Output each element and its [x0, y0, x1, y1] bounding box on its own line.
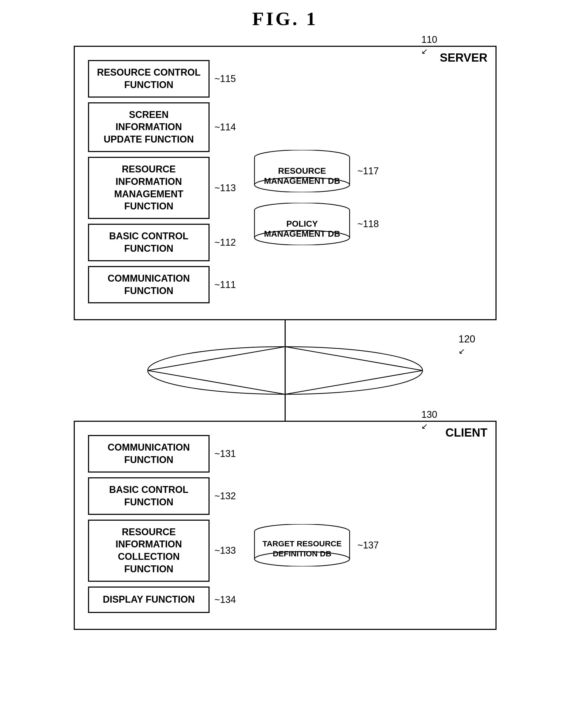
client-databases-column: TARGET RESOURCE DEFINITION DB ~137: [252, 435, 379, 613]
server-function-ref-0: ~115: [214, 73, 236, 84]
client-function-ref-3: ~134: [214, 594, 236, 605]
network-section: 120 ↙: [74, 341, 497, 400]
server-function-ref-4: ~111: [214, 279, 236, 290]
server-function-row-3: BASIC CONTROL FUNCTION ~112: [88, 224, 236, 261]
server-databases-column: RESOURCE MANAGEMENT DB ~117 POLICY: [252, 60, 379, 303]
client-label: CLIENT: [446, 426, 488, 439]
server-label: SERVER: [440, 51, 487, 64]
server-functions-column: RESOURCE CONTROL FUNCTION ~115 SCREEN IN…: [88, 60, 236, 303]
client-function-ref-1: ~132: [214, 491, 236, 502]
line-server-to-network: [285, 320, 286, 341]
svg-text:POLICY: POLICY: [286, 219, 318, 228]
server-function-row-0: RESOURCE CONTROL FUNCTION ~115: [88, 60, 236, 98]
server-box: SERVER 110 ↙ RESOURCE CONTROL FUNCTION ~…: [74, 46, 497, 320]
page-title: FIG. 1: [252, 8, 318, 30]
client-functions-column: COMMUNICATION FUNCTION ~131 BASIC CONTRO…: [88, 435, 236, 613]
basic-control-function-box-server: BASIC CONTROL FUNCTION: [88, 224, 210, 261]
client-function-ref-0: ~131: [214, 448, 236, 459]
resource-mgmt-db: RESOURCE MANAGEMENT DB: [252, 150, 352, 192]
client-function-row-2: RESOURCE INFORMATION COLLECTION FUNCTION…: [88, 520, 236, 582]
diagram-container: SERVER 110 ↙ RESOURCE CONTROL FUNCTION ~…: [74, 46, 497, 630]
screen-info-update-function-box: SCREEN INFORMATION UPDATE FUNCTION: [88, 102, 210, 152]
client-ref: 130 ↙: [421, 409, 437, 431]
basic-control-function-box-client: BASIC CONTROL FUNCTION: [88, 477, 210, 515]
policy-mgmt-db-ref: ~118: [357, 218, 379, 229]
policy-mgmt-db: POLICY MANAGEMENT DB: [252, 203, 352, 245]
svg-text:TARGET RESOURCE: TARGET RESOURCE: [262, 539, 341, 548]
resource-mgmt-db-wrapper: RESOURCE MANAGEMENT DB ~117: [252, 150, 379, 192]
server-function-ref-2: ~113: [214, 182, 236, 194]
server-function-ref-3: ~112: [214, 237, 236, 248]
server-function-row-1: SCREEN INFORMATION UPDATE FUNCTION ~114: [88, 102, 236, 152]
svg-text:DEFINITION DB: DEFINITION DB: [273, 549, 331, 558]
resource-control-function-box: RESOURCE CONTROL FUNCTION: [88, 60, 210, 98]
svg-text:MANAGEMENT DB: MANAGEMENT DB: [264, 176, 340, 186]
server-function-row-4: COMMUNICATION FUNCTION ~111: [88, 266, 236, 304]
policy-mgmt-db-wrapper: POLICY MANAGEMENT DB ~118: [252, 203, 379, 245]
client-function-row-0: COMMUNICATION FUNCTION ~131: [88, 435, 236, 473]
client-function-row-1: BASIC CONTROL FUNCTION ~132: [88, 477, 236, 515]
server-ref: 110 ↙: [421, 34, 437, 56]
svg-text:MANAGEMENT DB: MANAGEMENT DB: [264, 229, 340, 238]
target-resource-db-wrapper: TARGET RESOURCE DEFINITION DB ~137: [252, 524, 379, 566]
display-function-box: DISPLAY FUNCTION: [88, 586, 210, 613]
server-function-ref-1: ~114: [214, 122, 236, 133]
network-diagram: [140, 341, 431, 400]
target-resource-db: TARGET RESOURCE DEFINITION DB: [252, 524, 352, 566]
target-resource-db-ref: ~137: [357, 540, 379, 551]
server-function-row-2: RESOURCE INFORMATION MANAGEMENT FUNCTION…: [88, 157, 236, 219]
client-function-row-3: DISPLAY FUNCTION ~134: [88, 586, 236, 613]
svg-text:RESOURCE: RESOURCE: [278, 166, 326, 176]
communication-function-box-client: COMMUNICATION FUNCTION: [88, 435, 210, 473]
client-function-ref-2: ~133: [214, 545, 236, 556]
resource-info-collection-function-box: RESOURCE INFORMATION COLLECTION FUNCTION: [88, 520, 210, 582]
client-box: 130 ↙ CLIENT COMMUNICATION FUNCTION ~131…: [74, 421, 497, 629]
communication-function-box-server: COMMUNICATION FUNCTION: [88, 266, 210, 304]
resource-mgmt-db-ref: ~117: [357, 166, 379, 177]
network-ref: 120 ↙: [459, 334, 475, 356]
line-network-to-client: [285, 400, 286, 421]
resource-info-mgmt-function-box: RESOURCE INFORMATION MANAGEMENT FUNCTION: [88, 157, 210, 219]
